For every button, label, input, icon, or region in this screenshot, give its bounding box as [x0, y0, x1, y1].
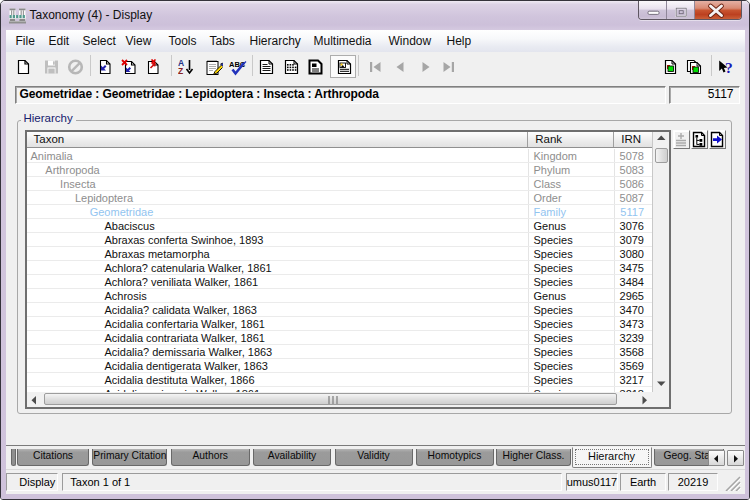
svg-text:?: ? [725, 59, 733, 76]
svg-text:Z: Z [178, 66, 183, 75]
